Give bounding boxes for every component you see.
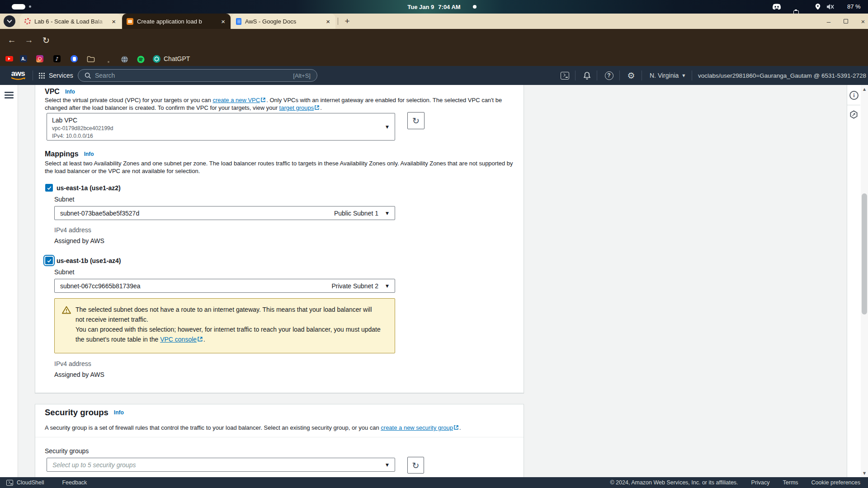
tab-lab6[interactable]: Lab 6 - Scale & Load Bala × [20, 14, 121, 29]
vpc-description: Select the virtual private cloud (VPC) f… [45, 97, 517, 112]
header-separator [575, 70, 576, 80]
restore-icon [844, 19, 848, 23]
security-groups-field-label: Security groups [45, 447, 89, 455]
vpc-select-cidr: IPv4: 10.0.0.0/16 [52, 133, 379, 139]
help-button[interactable]: ? [601, 66, 617, 85]
tab-close-icon[interactable]: × [325, 18, 331, 25]
new-tab-button[interactable]: + [342, 16, 353, 27]
security-groups-title: Security groups [45, 408, 108, 418]
create-new-vpc-link[interactable]: create a new VPC [212, 97, 260, 103]
cloudshell-button[interactable] [557, 66, 572, 85]
bookmark-dot [108, 61, 109, 63]
sg-desc-text: A security group is a set of firewall ru… [45, 424, 381, 431]
window-restore-button[interactable] [840, 14, 852, 29]
console-search-box[interactable]: [Alt+S] [78, 69, 317, 82]
vpc-info-link[interactable]: Info [65, 89, 75, 95]
footer-cookie-prefs-link[interactable]: Cookie preferences [811, 479, 860, 486]
bookmark-instagram-icon[interactable] [36, 55, 43, 62]
bookmark-chatgpt-icon[interactable] [153, 55, 160, 63]
search-tabs-button[interactable] [4, 15, 15, 27]
footer-feedback-link[interactable]: Feedback [62, 479, 87, 486]
caret-down-icon: ▼ [682, 74, 685, 78]
security-groups-info-link[interactable]: Info [114, 409, 124, 416]
footer-cloudshell-button[interactable]: CloudShell [6, 479, 44, 486]
services-menu[interactable]: Services [39, 66, 73, 85]
security-groups-description: A security group is a set of firewall ru… [45, 424, 517, 432]
tab-create-alb[interactable]: Create application load b × [122, 14, 231, 29]
bookmark-folder-icon[interactable] [87, 55, 95, 63]
tab-close-icon[interactable]: × [111, 18, 117, 25]
window-minimize-button[interactable]: – [823, 14, 835, 29]
console-search-input[interactable] [95, 72, 289, 79]
external-link-icon [197, 336, 203, 342]
ipv4-address-value: Assigned by AWS [54, 371, 104, 378]
vpc-section-title: VPC [45, 88, 60, 96]
external-link-icon [314, 105, 320, 110]
subnet-field-label: Subnet [54, 268, 74, 276]
sg-desc-text: . [459, 424, 461, 431]
hamburger-menu-icon[interactable] [5, 92, 14, 100]
subnet-select-us-east-1a[interactable]: subnet-073bae5abe5f3527d Public Subnet 1… [54, 206, 395, 220]
subnet-name: Public Subnet 1 [334, 210, 381, 217]
services-label: Services [49, 72, 73, 79]
window-close-button[interactable]: × [857, 14, 868, 29]
system-clock: Tue Jan 9 7:04 AM [407, 0, 460, 14]
security-groups-placeholder: Select up to 5 security groups [52, 461, 136, 469]
footer-terms-link[interactable]: Terms [783, 479, 798, 486]
vpc-desc-text: . [320, 104, 322, 111]
canvas-favicon [24, 18, 31, 24]
search-icon [85, 72, 91, 79]
vpc-console-link[interactable]: VPC console [160, 336, 197, 343]
mappings-description: Select at least two Availability Zones a… [45, 160, 517, 175]
console-content: VPC Info Select the virtual private clou… [0, 85, 868, 477]
tab-google-docs[interactable]: AwS - Google Docs × [231, 14, 335, 29]
tab-close-icon[interactable]: × [220, 18, 226, 25]
scrollbar-thumb[interactable] [862, 193, 867, 314]
settings-button[interactable]: ⚙ [623, 66, 639, 85]
bookmark-tiktok-icon[interactable]: ♪ [53, 55, 61, 62]
chevron-down-icon [7, 18, 12, 23]
mappings-info-link[interactable]: Info [84, 151, 94, 157]
scroll-up-arrow[interactable]: ▲ [861, 86, 868, 92]
vpc-refresh-button[interactable]: ↻ [407, 112, 425, 129]
bookmark-chatgpt-label[interactable]: ChatGPT [164, 55, 190, 63]
scroll-down-arrow[interactable]: ▼ [861, 470, 868, 476]
tools-panel-icon[interactable] [849, 110, 858, 121]
region-selector[interactable]: N. Virginia ▼ [650, 66, 685, 85]
subnet-id: subnet-073bae5abe5f3527d [60, 210, 139, 217]
security-groups-select[interactable]: Select up to 5 security groups ▼ [47, 458, 395, 472]
cloudshell-icon [561, 72, 569, 80]
az-checkbox-us-east-1b[interactable] [45, 257, 53, 264]
back-button[interactable]: ← [5, 33, 19, 47]
az-checkbox-us-east-1a[interactable] [45, 184, 53, 192]
indicator-dot [473, 5, 476, 9]
vpc-select[interactable]: Lab VPC vpc-0179d82bce402199d IPv4: 10.0… [47, 113, 395, 141]
external-link-icon [453, 425, 459, 430]
reload-button[interactable]: ↻ [39, 33, 53, 47]
subnet-select-us-east-1b[interactable]: subnet-067cc9665b81739ea Private Subnet … [54, 279, 395, 293]
target-groups-link[interactable]: target groups [279, 104, 314, 111]
bookmark-a-icon[interactable]: A. [20, 55, 27, 62]
page-scrollbar[interactable]: ▲ ▼ [861, 85, 868, 477]
create-security-group-link[interactable]: create a new security group [381, 424, 453, 431]
notifications-button[interactable] [579, 66, 594, 85]
bookmark-globe-icon[interactable] [120, 55, 128, 63]
bookmark-blue-app-icon[interactable] [71, 55, 78, 62]
subnet-field-label: Subnet [54, 196, 74, 203]
bookmark-spotify-icon[interactable] [137, 55, 145, 63]
aws-logo[interactable]: aws [8, 69, 28, 82]
browser-tab-strip: Lab 6 - Scale & Load Bala × Create appli… [0, 14, 868, 29]
external-link-icon [260, 97, 266, 103]
vpc-select-name: Lab VPC [52, 117, 379, 124]
bookmark-youtube-icon[interactable] [5, 56, 13, 61]
tab-title: Lab 6 - Scale & Load Bala [34, 18, 107, 25]
right-tools-panel [847, 85, 861, 477]
subnet-name: Private Subnet 2 [331, 282, 381, 290]
account-menu[interactable]: voclabs/user2981860=Gauranga_Gautam @ 65… [698, 66, 868, 85]
caret-down-icon: ▼ [386, 284, 389, 288]
security-groups-refresh-button[interactable]: ↻ [407, 457, 424, 474]
footer-privacy-link[interactable]: Privacy [751, 479, 770, 486]
tab-separator [338, 18, 338, 25]
info-panel-icon[interactable]: i [849, 91, 859, 100]
forward-button[interactable]: → [22, 33, 36, 47]
